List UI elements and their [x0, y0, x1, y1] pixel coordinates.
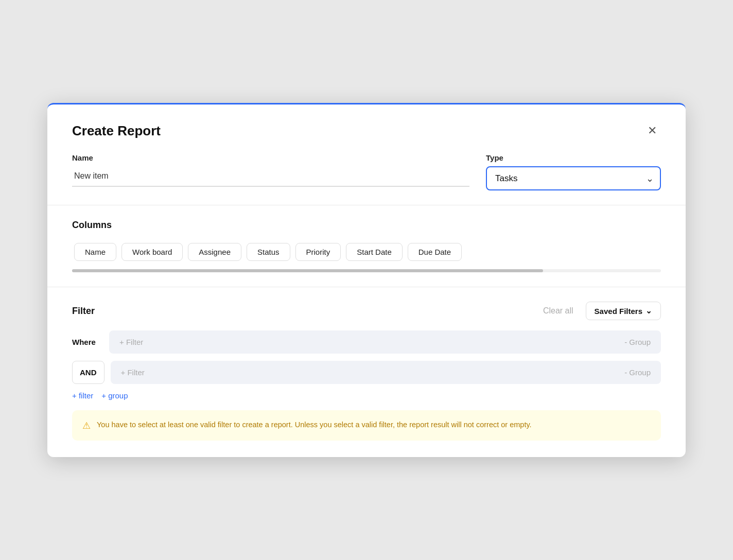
columns-section: Columns Name Work board Assignee Status …	[72, 220, 661, 272]
columns-scroll-wrapper[interactable]: Name Work board Assignee Status Priority…	[72, 239, 661, 265]
filter-label: Filter	[72, 306, 95, 317]
column-chip-status[interactable]: Status	[247, 243, 290, 261]
name-label: Name	[72, 153, 469, 162]
filter-area-2: + Filter - Group	[111, 361, 661, 384]
chevron-down-icon: ⌄	[645, 306, 652, 316]
filter-group-and: AND + Filter - Group	[72, 361, 661, 384]
add-group-link[interactable]: + group	[101, 391, 128, 400]
filter-section: Filter Clear all Saved Filters ⌄ Where +…	[72, 302, 661, 441]
divider-2	[47, 287, 686, 287]
type-label: Type	[486, 153, 661, 162]
divider-1	[47, 205, 686, 205]
columns-label: Columns	[72, 220, 661, 231]
minus-group-button-1[interactable]: - Group	[624, 338, 651, 346]
column-chip-duedate[interactable]: Due Date	[408, 243, 462, 261]
column-chip-assignee[interactable]: Assignee	[188, 243, 241, 261]
saved-filters-label: Saved Filters	[595, 307, 642, 316]
warning-box: ⚠ You have to select at least one valid …	[72, 410, 661, 441]
form-row: Name Type Tasks Projects Items ⌄	[72, 153, 661, 190]
scrollbar-thumb	[72, 269, 543, 272]
add-filter-button-2[interactable]: + Filter	[121, 368, 145, 377]
clear-all-button[interactable]: Clear all	[539, 303, 578, 319]
column-chip-name[interactable]: Name	[74, 243, 116, 261]
modal-header: Create Report ✕	[72, 123, 661, 139]
horizontal-scrollbar[interactable]	[72, 269, 661, 272]
column-chip-priority[interactable]: Priority	[295, 243, 341, 261]
filter-header-right: Clear all Saved Filters ⌄	[539, 302, 661, 320]
filter-header: Filter Clear all Saved Filters ⌄	[72, 302, 661, 320]
type-select[interactable]: Tasks Projects Items	[486, 166, 661, 190]
type-group: Type Tasks Projects Items ⌄	[486, 153, 661, 190]
create-report-modal: Create Report ✕ Name Type Tasks Projects…	[47, 103, 686, 457]
and-badge[interactable]: AND	[72, 361, 104, 384]
where-badge: Where	[72, 330, 103, 354]
close-button[interactable]: ✕	[643, 123, 661, 138]
column-chip-workboard[interactable]: Work board	[121, 243, 183, 261]
filter-group-where: Where + Filter - Group	[72, 330, 661, 354]
modal-title: Create Report	[72, 123, 161, 139]
column-chip-startdate[interactable]: Start Date	[346, 243, 403, 261]
warning-icon: ⚠	[82, 420, 91, 431]
type-select-wrapper: Tasks Projects Items ⌄	[486, 166, 661, 190]
name-input[interactable]	[72, 166, 469, 187]
minus-group-button-2[interactable]: - Group	[624, 368, 651, 377]
add-filter-link[interactable]: + filter	[72, 391, 93, 400]
add-filter-button-1[interactable]: + Filter	[119, 338, 143, 346]
columns-row: Name Work board Assignee Status Priority…	[72, 239, 661, 265]
name-group: Name	[72, 153, 469, 190]
filter-area-1: + Filter - Group	[109, 330, 661, 354]
saved-filters-button[interactable]: Saved Filters ⌄	[586, 302, 661, 320]
filter-actions: + filter + group	[72, 391, 661, 400]
warning-text: You have to select at least one valid fi…	[97, 419, 532, 431]
